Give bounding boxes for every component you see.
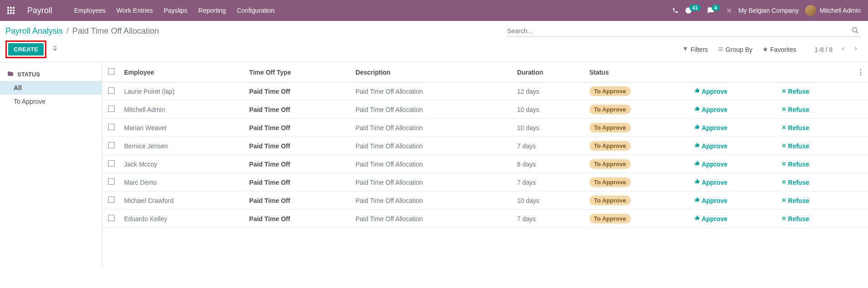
favorites-button[interactable]: Favorites — [763, 46, 797, 53]
refuse-button[interactable]: Refuse — [782, 88, 809, 95]
create-button[interactable]: CREATE — [8, 43, 44, 56]
sidebar-header: STATUS — [0, 68, 102, 81]
refuse-button[interactable]: Refuse — [782, 197, 809, 204]
row-checkbox[interactable] — [108, 178, 115, 185]
row-checkbox-cell — [102, 173, 120, 192]
pager-counter[interactable]: 1-8 / 8 — [814, 46, 833, 53]
breadcrumb-parent[interactable]: Payroll Analysis — [5, 26, 63, 36]
cell-status: To Approve — [586, 155, 691, 173]
phone-icon[interactable] — [672, 7, 678, 14]
apps-icon[interactable] — [7, 7, 15, 14]
approve-button[interactable]: Approve — [694, 142, 728, 150]
cell-duration: 7 days — [514, 137, 586, 155]
header-status[interactable]: Status — [586, 62, 691, 82]
approve-button[interactable]: Approve — [694, 215, 728, 222]
pager-next-icon[interactable] — [851, 45, 861, 54]
search-icon[interactable] — [850, 26, 861, 36]
nav-configuration[interactable]: Configuration — [237, 7, 274, 14]
close-icon — [782, 197, 786, 204]
cell-status: To Approve — [586, 101, 691, 119]
cell-refuse: Refuse — [778, 210, 853, 228]
kebab-icon[interactable]: ⋮ — [857, 68, 864, 76]
refuse-button[interactable]: Refuse — [782, 124, 809, 131]
refuse-button[interactable]: Refuse — [782, 215, 809, 222]
cell-approve: Approve — [691, 192, 778, 210]
sidebar: STATUS AllTo Approve — [0, 62, 102, 267]
tray-close-icon[interactable]: ✕ — [726, 6, 732, 15]
cell-status: To Approve — [586, 137, 691, 155]
cell-duration: 10 days — [514, 192, 586, 210]
approve-button[interactable]: Approve — [694, 197, 728, 204]
row-checkbox[interactable] — [108, 160, 115, 167]
search-input[interactable] — [506, 25, 850, 36]
filters-button[interactable]: Filters — [683, 46, 708, 53]
table-row[interactable]: Bernice JensenPaid Time OffPaid Time Off… — [102, 137, 868, 155]
row-checkbox[interactable] — [108, 87, 115, 94]
close-icon — [782, 179, 786, 186]
svg-rect-13 — [718, 51, 723, 51]
approve-button[interactable]: Approve — [694, 161, 728, 168]
activity-icon[interactable]: 41 — [685, 7, 700, 14]
approve-button[interactable]: Approve — [694, 179, 728, 186]
approve-button[interactable]: Approve — [694, 124, 728, 131]
svg-rect-1 — [10, 7, 12, 9]
cell-employee: Marc Demo — [120, 173, 245, 192]
cell-desc: Paid Time Off Allocation — [352, 155, 514, 173]
table-row[interactable]: Michael CrawfordPaid Time OffPaid Time O… — [102, 192, 868, 210]
header-desc[interactable]: Description — [352, 62, 514, 82]
row-checkbox[interactable] — [108, 197, 115, 203]
svg-point-9 — [853, 28, 857, 32]
header-employee[interactable]: Employee — [120, 62, 245, 82]
thumbs-up-icon — [694, 142, 700, 149]
header-checkbox-cell — [102, 62, 120, 82]
svg-rect-11 — [718, 47, 723, 48]
groupby-button[interactable]: Group By — [718, 46, 753, 53]
table-row[interactable]: Laurie Poiret (lap)Paid Time OffPaid Tim… — [102, 82, 868, 101]
row-checkbox-cell — [102, 155, 120, 173]
sidebar-item[interactable]: All — [0, 81, 102, 95]
user-avatar — [805, 5, 816, 16]
nav-work-entries[interactable]: Work Entries — [116, 7, 153, 14]
refuse-button[interactable]: Refuse — [782, 142, 809, 150]
chat-icon[interactable]: 4 — [707, 7, 720, 14]
nav-employees[interactable]: Employees — [74, 7, 105, 14]
refuse-button[interactable]: Refuse — [782, 106, 809, 113]
approve-button[interactable]: Approve — [694, 106, 728, 113]
select-all-checkbox[interactable] — [108, 68, 115, 75]
nav-payslips[interactable]: Payslips — [164, 7, 187, 14]
table-row[interactable]: Jack MccoyPaid Time OffPaid Time Off All… — [102, 155, 868, 173]
table-row[interactable]: Marc DemoPaid Time OffPaid Time Off Allo… — [102, 173, 868, 192]
approve-button[interactable]: Approve — [694, 88, 728, 95]
refuse-button[interactable]: Refuse — [782, 161, 809, 168]
app-brand[interactable]: Payroll — [27, 6, 52, 15]
cell-approve: Approve — [691, 173, 778, 192]
company-switcher[interactable]: My Belgian Company — [738, 7, 799, 14]
row-checkbox[interactable] — [108, 106, 115, 112]
cell-duration: 8 days — [514, 155, 586, 173]
user-menu[interactable]: Mitchell Admin — [805, 5, 861, 16]
cell-duration: 12 days — [514, 82, 586, 101]
status-badge: To Approve — [589, 86, 631, 96]
cell-tot: Paid Time Off — [245, 119, 352, 137]
status-badge: To Approve — [589, 159, 631, 169]
svg-rect-4 — [10, 10, 12, 11]
refuse-button[interactable]: Refuse — [782, 179, 809, 186]
download-icon[interactable] — [49, 44, 61, 55]
row-checkbox[interactable] — [108, 215, 115, 221]
table-row[interactable]: Marian WeaverPaid Time OffPaid Time Off … — [102, 119, 868, 137]
row-checkbox[interactable] — [108, 142, 115, 148]
sidebar-item[interactable]: To Approve — [0, 95, 102, 108]
header-duration[interactable]: Duration — [514, 62, 586, 82]
status-badge: To Approve — [589, 105, 631, 114]
thumbs-up-icon — [694, 161, 700, 167]
table-row[interactable]: Eduardo KelleyPaid Time OffPaid Time Off… — [102, 210, 868, 228]
table-row[interactable]: Mitchell AdminPaid Time OffPaid Time Off… — [102, 101, 868, 119]
pager-prev-icon[interactable] — [838, 45, 848, 54]
cell-duration: 10 days — [514, 119, 586, 137]
cell-status: To Approve — [586, 82, 691, 101]
header-tot[interactable]: Time Off Type — [245, 62, 352, 82]
nav-reporting[interactable]: Reporting — [198, 7, 226, 14]
close-icon — [782, 106, 786, 113]
cell-refuse: Refuse — [778, 173, 853, 192]
row-checkbox[interactable] — [108, 124, 115, 130]
